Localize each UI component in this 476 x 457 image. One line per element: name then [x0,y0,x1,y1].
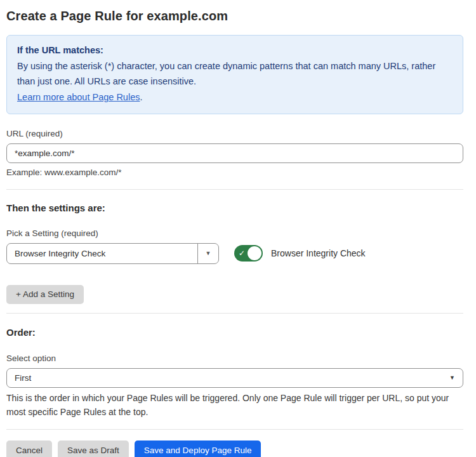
url-matches-info-box: If the URL matches: By using the asteris… [6,35,463,114]
toggle-knob [248,246,261,260]
browser-integrity-toggle[interactable]: ✓ [234,245,263,262]
divider [6,313,463,314]
setting-select[interactable]: Browser Integrity Check ▼ [6,243,219,264]
url-input[interactable] [6,143,463,163]
save-as-draft-button[interactable]: Save as Draft [58,440,129,457]
info-box-body: By using the asterisk (*) character, you… [17,59,449,89]
order-help-text: This is the order in which your Page Rul… [6,392,463,419]
chevron-down-icon: ▼ [449,374,463,381]
info-box-heading: If the URL matches: [17,43,453,58]
url-example-hint: Example: www.example.com/* [6,168,463,177]
setting-select-value: Browser Integrity Check [7,244,197,263]
create-page-rule-form: Create a Page Rule for example.com If th… [0,0,476,457]
setting-row: Browser Integrity Check ▼ ✓ Browser Inte… [6,243,463,264]
save-and-deploy-button[interactable]: Save and Deploy Page Rule [135,440,261,457]
url-field-label: URL (required) [6,129,463,138]
settings-section-heading: Then the settings are: [6,202,463,213]
order-section-heading: Order: [6,327,463,338]
link-suffix: . [140,92,142,102]
add-setting-button[interactable]: + Add a Setting [6,285,84,304]
check-icon: ✓ [239,249,245,257]
divider [6,429,463,430]
divider [6,189,463,190]
setting-toggle-group: ✓ Browser Integrity Check [234,245,366,262]
order-select-label: Select option [6,354,463,363]
order-select-value: First [7,373,449,383]
chevron-down-icon[interactable]: ▼ [197,244,218,263]
cancel-button[interactable]: Cancel [6,440,52,457]
toggle-label: Browser Integrity Check [271,248,366,258]
footer-actions: Cancel Save as Draft Save and Deploy Pag… [6,440,463,457]
info-box-link-line: Learn more about Page Rules. [17,90,453,105]
learn-more-link[interactable]: Learn more about Page Rules [17,92,140,102]
pick-setting-label: Pick a Setting (required) [6,228,463,238]
order-select[interactable]: First ▼ [6,368,463,388]
page-title: Create a Page Rule for example.com [6,9,463,23]
